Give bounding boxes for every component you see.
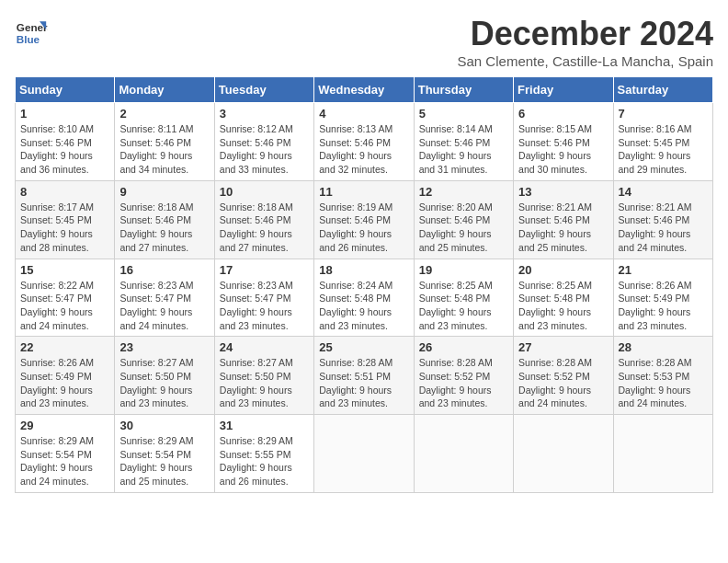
day-number: 26 — [419, 340, 508, 354]
calendar-cell — [314, 415, 414, 493]
calendar-cell — [514, 415, 613, 493]
day-number: 17 — [220, 263, 309, 277]
day-info: Sunrise: 8:29 AMSunset: 5:54 PMDaylight:… — [119, 434, 209, 488]
day-info: Sunrise: 8:27 AMSunset: 5:50 PMDaylight:… — [119, 356, 209, 410]
day-header-thursday: Thursday — [414, 77, 513, 103]
day-number: 7 — [619, 107, 708, 121]
day-number: 30 — [119, 419, 209, 432]
day-info: Sunrise: 8:13 AMSunset: 5:46 PMDaylight:… — [319, 122, 408, 177]
day-number: 25 — [319, 340, 408, 354]
day-info: Sunrise: 8:20 AMSunset: 5:46 PMDaylight:… — [419, 201, 508, 255]
day-header-tuesday: Tuesday — [214, 77, 313, 103]
day-info: Sunrise: 8:28 AMSunset: 5:52 PMDaylight:… — [518, 356, 608, 410]
day-header-saturday: Saturday — [613, 77, 712, 103]
calendar-cell: 26Sunrise: 8:28 AMSunset: 5:52 PMDayligh… — [414, 337, 513, 415]
calendar-cell: 24Sunrise: 8:27 AMSunset: 5:50 PMDayligh… — [214, 337, 313, 415]
day-number: 22 — [20, 340, 109, 354]
calendar-cell: 12Sunrise: 8:20 AMSunset: 5:46 PMDayligh… — [414, 180, 513, 259]
calendar-week-row: 1Sunrise: 8:10 AMSunset: 5:46 PMDaylight… — [16, 103, 713, 181]
calendar-cell: 3Sunrise: 8:12 AMSunset: 5:46 PMDaylight… — [214, 103, 313, 181]
day-info: Sunrise: 8:16 AMSunset: 5:45 PMDaylight:… — [619, 122, 708, 177]
calendar-cell: 9Sunrise: 8:18 AMSunset: 5:46 PMDaylight… — [115, 180, 214, 259]
calendar-cell: 4Sunrise: 8:13 AMSunset: 5:46 PMDaylight… — [314, 103, 414, 181]
day-number: 6 — [518, 107, 608, 121]
day-info: Sunrise: 8:11 AMSunset: 5:46 PMDaylight:… — [119, 122, 209, 177]
day-number: 18 — [319, 263, 408, 277]
calendar-cell — [613, 415, 712, 493]
day-number: 28 — [619, 340, 708, 354]
day-number: 21 — [619, 263, 708, 277]
day-number: 16 — [119, 263, 209, 277]
day-info: Sunrise: 8:22 AMSunset: 5:47 PMDaylight:… — [20, 279, 109, 333]
day-header-sunday: Sunday — [16, 77, 115, 103]
day-info: Sunrise: 8:17 AMSunset: 5:45 PMDaylight:… — [20, 201, 109, 255]
calendar-cell: 11Sunrise: 8:19 AMSunset: 5:46 PMDayligh… — [314, 180, 414, 259]
calendar-cell: 27Sunrise: 8:28 AMSunset: 5:52 PMDayligh… — [514, 337, 613, 415]
calendar-cell: 14Sunrise: 8:21 AMSunset: 5:46 PMDayligh… — [613, 180, 712, 259]
calendar-cell: 21Sunrise: 8:26 AMSunset: 5:49 PMDayligh… — [613, 259, 712, 337]
calendar-cell: 18Sunrise: 8:24 AMSunset: 5:48 PMDayligh… — [314, 259, 414, 337]
day-number: 12 — [419, 185, 508, 199]
day-number: 29 — [20, 419, 109, 432]
day-info: Sunrise: 8:28 AMSunset: 5:53 PMDaylight:… — [619, 356, 708, 410]
day-info: Sunrise: 8:21 AMSunset: 5:46 PMDaylight:… — [619, 201, 708, 255]
day-info: Sunrise: 8:15 AMSunset: 5:46 PMDaylight:… — [518, 122, 608, 177]
day-info: Sunrise: 8:28 AMSunset: 5:52 PMDaylight:… — [419, 356, 508, 410]
day-number: 14 — [619, 185, 708, 199]
calendar-cell: 6Sunrise: 8:15 AMSunset: 5:46 PMDaylight… — [514, 103, 613, 181]
day-number: 10 — [220, 185, 309, 199]
day-info: Sunrise: 8:25 AMSunset: 5:48 PMDaylight:… — [419, 279, 508, 333]
calendar-week-row: 29Sunrise: 8:29 AMSunset: 5:54 PMDayligh… — [16, 415, 713, 493]
day-info: Sunrise: 8:26 AMSunset: 5:49 PMDaylight:… — [619, 279, 708, 333]
day-number: 8 — [20, 185, 109, 199]
calendar-cell: 13Sunrise: 8:21 AMSunset: 5:46 PMDayligh… — [514, 180, 613, 259]
calendar-cell: 28Sunrise: 8:28 AMSunset: 5:53 PMDayligh… — [613, 337, 712, 415]
day-number: 4 — [319, 107, 408, 121]
day-number: 31 — [220, 419, 309, 432]
day-info: Sunrise: 8:14 AMSunset: 5:46 PMDaylight:… — [419, 122, 508, 177]
day-number: 24 — [220, 340, 309, 354]
month-title: December 2024 — [458, 15, 713, 53]
day-number: 15 — [20, 263, 109, 277]
calendar-cell — [414, 415, 513, 493]
calendar-cell: 20Sunrise: 8:25 AMSunset: 5:48 PMDayligh… — [514, 259, 613, 337]
day-info: Sunrise: 8:29 AMSunset: 5:54 PMDaylight:… — [20, 434, 109, 488]
day-info: Sunrise: 8:21 AMSunset: 5:46 PMDaylight:… — [518, 201, 608, 255]
title-area: December 2024 San Clemente, Castille-La … — [458, 15, 713, 69]
calendar-cell: 16Sunrise: 8:23 AMSunset: 5:47 PMDayligh… — [115, 259, 214, 337]
calendar-week-row: 22Sunrise: 8:26 AMSunset: 5:49 PMDayligh… — [16, 337, 713, 415]
calendar-table: SundayMondayTuesdayWednesdayThursdayFrid… — [15, 76, 713, 493]
calendar-cell: 1Sunrise: 8:10 AMSunset: 5:46 PMDaylight… — [16, 103, 115, 181]
day-info: Sunrise: 8:24 AMSunset: 5:48 PMDaylight:… — [319, 279, 408, 333]
calendar-cell: 23Sunrise: 8:27 AMSunset: 5:50 PMDayligh… — [115, 337, 214, 415]
day-number: 2 — [119, 107, 209, 121]
calendar-cell: 19Sunrise: 8:25 AMSunset: 5:48 PMDayligh… — [414, 259, 513, 337]
calendar-week-row: 15Sunrise: 8:22 AMSunset: 5:47 PMDayligh… — [16, 259, 713, 337]
logo-icon: General Blue — [15, 15, 48, 48]
day-info: Sunrise: 8:19 AMSunset: 5:46 PMDaylight:… — [319, 201, 408, 255]
svg-text:Blue: Blue — [17, 33, 40, 45]
location-subtitle: San Clemente, Castille-La Mancha, Spain — [458, 53, 713, 69]
day-info: Sunrise: 8:28 AMSunset: 5:51 PMDaylight:… — [319, 356, 408, 410]
day-header-wednesday: Wednesday — [314, 77, 414, 103]
day-number: 13 — [518, 185, 608, 199]
calendar-week-row: 8Sunrise: 8:17 AMSunset: 5:45 PMDaylight… — [16, 180, 713, 259]
day-number: 5 — [419, 107, 508, 121]
calendar-cell: 15Sunrise: 8:22 AMSunset: 5:47 PMDayligh… — [16, 259, 115, 337]
day-info: Sunrise: 8:29 AMSunset: 5:55 PMDaylight:… — [220, 434, 309, 488]
calendar-cell: 10Sunrise: 8:18 AMSunset: 5:46 PMDayligh… — [214, 180, 313, 259]
calendar-cell: 7Sunrise: 8:16 AMSunset: 5:45 PMDaylight… — [613, 103, 712, 181]
calendar-cell: 31Sunrise: 8:29 AMSunset: 5:55 PMDayligh… — [214, 415, 313, 493]
day-number: 19 — [419, 263, 508, 277]
calendar-cell: 2Sunrise: 8:11 AMSunset: 5:46 PMDaylight… — [115, 103, 214, 181]
day-header-monday: Monday — [115, 77, 214, 103]
calendar-cell: 29Sunrise: 8:29 AMSunset: 5:54 PMDayligh… — [16, 415, 115, 493]
day-info: Sunrise: 8:18 AMSunset: 5:46 PMDaylight:… — [119, 201, 209, 255]
day-number: 11 — [319, 185, 408, 199]
day-info: Sunrise: 8:10 AMSunset: 5:46 PMDaylight:… — [20, 122, 109, 177]
header: General Blue December 2024 San Clemente,… — [15, 15, 713, 69]
day-number: 1 — [20, 107, 109, 121]
day-info: Sunrise: 8:23 AMSunset: 5:47 PMDaylight:… — [220, 279, 309, 333]
day-number: 3 — [220, 107, 309, 121]
day-number: 23 — [119, 340, 209, 354]
